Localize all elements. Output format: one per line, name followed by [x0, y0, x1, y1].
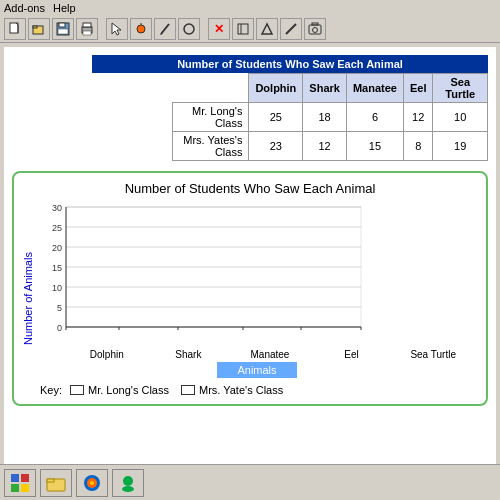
chart-title: Number of Students Who Saw Each Animal [22, 181, 478, 196]
toolbar-new[interactable] [4, 18, 26, 40]
table-row-2: Mrs. Yates's Class 23 12 15 8 19 [173, 132, 488, 161]
main-content: Number of Students Who Saw Each Animal D… [4, 47, 496, 487]
row2-eel: 8 [403, 132, 433, 161]
svg-text:5: 5 [57, 303, 62, 313]
row2-sea-turtle: 19 [433, 132, 488, 161]
toolbar-delete[interactable]: ✕ [208, 18, 230, 40]
col-header-manatee: Manatee [346, 74, 403, 103]
svg-rect-15 [238, 24, 248, 34]
svg-rect-47 [11, 484, 19, 492]
svg-text:20: 20 [52, 243, 62, 253]
x-label-eel: Eel [311, 349, 393, 360]
menu-addons[interactable]: Add-ons [4, 2, 45, 14]
x-axis-title-row: Animals [36, 362, 478, 378]
taskbar-app[interactable] [112, 469, 144, 497]
svg-line-12 [161, 24, 169, 34]
x-label-shark: Shark [148, 349, 230, 360]
toolbar-camera[interactable] [304, 18, 326, 40]
data-table-title: Number of Students Who Saw Each Animal [92, 55, 488, 73]
toolbar-pencil[interactable] [154, 18, 176, 40]
x-label-sea-turtle: Sea Turtle [392, 349, 474, 360]
row1-shark: 18 [303, 103, 347, 132]
row2-shark: 12 [303, 132, 347, 161]
data-table-container: Number of Students Who Saw Each Animal D… [12, 55, 488, 161]
x-label-manatee: Manatee [229, 349, 311, 360]
table-row-1: Mr. Long's Class 25 18 6 12 10 [173, 103, 488, 132]
col-header-empty [173, 74, 249, 103]
chart-svg: 30 25 20 15 10 5 0 [36, 202, 366, 347]
toolbar-line[interactable] [280, 18, 302, 40]
row1-dolphin: 25 [249, 103, 303, 132]
svg-rect-5 [58, 29, 68, 34]
taskbar-folder[interactable] [40, 469, 72, 497]
svg-rect-2 [33, 26, 37, 28]
toolbar: ✕ [0, 16, 500, 43]
svg-text:25: 25 [52, 223, 62, 233]
row1-eel: 12 [403, 103, 433, 132]
svg-rect-45 [11, 474, 19, 482]
toolbar-shapes[interactable] [178, 18, 200, 40]
svg-rect-46 [21, 474, 29, 482]
toolbar-paint[interactable] [130, 18, 152, 40]
toolbar-save[interactable] [52, 18, 74, 40]
legend-key-label: Key: [40, 384, 62, 396]
svg-text:15: 15 [52, 263, 62, 273]
svg-rect-48 [21, 484, 29, 492]
svg-line-18 [286, 24, 296, 34]
taskbar [0, 464, 500, 500]
row1-label: Mr. Long's Class [173, 103, 249, 132]
row2-label: Mrs. Yates's Class [173, 132, 249, 161]
y-axis-label: Number of Animals [22, 202, 34, 396]
x-axis-labels: Dolphin Shark Manatee Eel Sea Turtle [36, 349, 478, 360]
row1-sea-turtle: 10 [433, 103, 488, 132]
svg-point-53 [90, 481, 94, 485]
x-label-dolphin: Dolphin [66, 349, 148, 360]
chart-area: Number of Animals 30 25 [22, 202, 478, 396]
svg-rect-8 [83, 31, 91, 35]
svg-rect-21 [312, 23, 318, 25]
data-table: Dolphin Shark Manatee Eel Sea Turtle Mr.… [172, 73, 488, 161]
row2-manatee: 15 [346, 132, 403, 161]
chart-legend: Key: Mr. Long's Class Mrs. Yate's Class [36, 384, 478, 396]
toolbar-format[interactable] [232, 18, 254, 40]
svg-rect-4 [59, 23, 65, 27]
svg-text:10: 10 [52, 283, 62, 293]
svg-point-20 [313, 28, 318, 33]
svg-point-54 [123, 476, 133, 486]
svg-rect-50 [47, 479, 54, 482]
toolbar-open[interactable] [28, 18, 50, 40]
chart-inner: 30 25 20 15 10 5 0 [36, 202, 478, 396]
svg-text:30: 30 [52, 203, 62, 213]
row2-dolphin: 23 [249, 132, 303, 161]
svg-marker-9 [112, 23, 121, 35]
x-axis-title: Animals [217, 362, 296, 378]
toolbar-cursor[interactable] [106, 18, 128, 40]
menu-help[interactable]: Help [53, 2, 76, 14]
legend-box-2 [181, 385, 195, 395]
svg-text:0: 0 [57, 323, 62, 333]
svg-point-55 [122, 486, 134, 492]
col-header-shark: Shark [303, 74, 347, 103]
col-header-sea-turtle: Sea Turtle [433, 74, 488, 103]
svg-point-14 [184, 24, 194, 34]
row1-manatee: 6 [346, 103, 403, 132]
toolbar-print[interactable] [76, 18, 98, 40]
legend-box-1 [70, 385, 84, 395]
col-header-dolphin: Dolphin [249, 74, 303, 103]
menu-bar: Add-ons Help [0, 0, 500, 16]
taskbar-start[interactable] [4, 469, 36, 497]
taskbar-firefox[interactable] [76, 469, 108, 497]
col-header-eel: Eel [403, 74, 433, 103]
svg-rect-7 [83, 23, 91, 27]
legend-series2-label: Mrs. Yate's Class [199, 384, 283, 396]
svg-marker-17 [262, 24, 272, 34]
toolbar-triangle[interactable] [256, 18, 278, 40]
svg-point-10 [137, 25, 145, 33]
chart-container: Number of Students Who Saw Each Animal N… [12, 171, 488, 406]
legend-series1-label: Mr. Long's Class [88, 384, 169, 396]
